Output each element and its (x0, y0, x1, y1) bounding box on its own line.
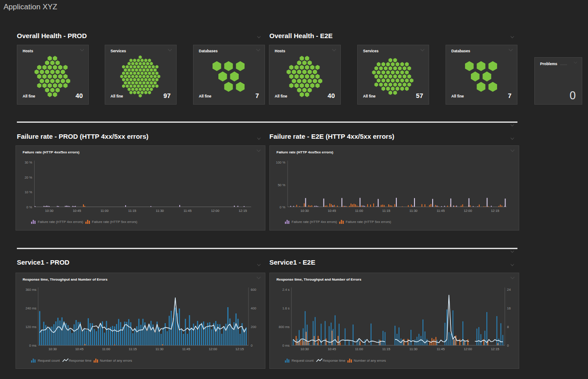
svg-text:10:30: 10:30 (48, 347, 57, 351)
svg-text:Number of any errors: Number of any errors (100, 359, 132, 363)
svg-text:11:45: 11:45 (437, 347, 445, 351)
svg-text:Databases: Databases (451, 49, 470, 53)
svg-text:11:45: 11:45 (183, 209, 191, 213)
svg-text:11:30: 11:30 (410, 347, 418, 351)
svg-text:10:30: 10:30 (300, 347, 309, 351)
svg-text:All fine: All fine (110, 94, 123, 98)
svg-text:Databases: Databases (199, 49, 218, 53)
svg-text:0: 0 (570, 89, 576, 102)
svg-text:Failure rate (HTTP 5xx errors): Failure rate (HTTP 5xx errors) (346, 220, 391, 224)
svg-text:1.6 s: 1.6 s (282, 306, 290, 310)
svg-text:All fine: All fine (23, 94, 36, 98)
svg-text:240 ms: 240 ms (25, 306, 36, 310)
svg-text:57: 57 (416, 92, 423, 99)
svg-text:11:15: 11:15 (129, 347, 137, 351)
svg-text:0 %: 0 % (27, 205, 32, 209)
svg-text:12:15: 12:15 (239, 209, 247, 213)
svg-text:10:30: 10:30 (45, 209, 54, 213)
svg-text:200: 200 (251, 325, 257, 329)
svg-text:10:30: 10:30 (300, 209, 309, 213)
svg-text:12:00: 12:00 (209, 347, 217, 351)
svg-text:600: 600 (251, 288, 257, 292)
svg-text:11:15: 11:15 (382, 209, 390, 213)
svg-text:12:15: 12:15 (491, 347, 499, 351)
svg-text:11:00: 11:00 (102, 347, 110, 351)
svg-text:97: 97 (163, 92, 170, 99)
svg-text:10:45: 10:45 (73, 209, 81, 213)
svg-text:All fine: All fine (451, 94, 464, 98)
svg-text:12:15: 12:15 (236, 347, 244, 351)
svg-text:10 %: 10 % (24, 190, 32, 194)
svg-text:0 ms: 0 ms (282, 344, 290, 348)
svg-text:8: 8 (507, 325, 509, 329)
svg-text:All fine: All fine (275, 94, 288, 98)
svg-text:30 %: 30 % (24, 160, 32, 164)
svg-text:Failure rate (HTTP 5xx errors): Failure rate (HTTP 5xx errors) (92, 220, 138, 224)
svg-text:Hosts: Hosts (23, 49, 33, 53)
svg-text:800 ms: 800 ms (279, 325, 290, 329)
svg-text:Problems: Problems (540, 62, 557, 66)
svg-text:100 %: 100 % (276, 160, 286, 164)
svg-text:0 ms: 0 ms (29, 344, 37, 348)
svg-text:11:00: 11:00 (100, 209, 108, 213)
svg-text:Request count: Request count (292, 359, 314, 363)
svg-text:400: 400 (251, 306, 257, 310)
svg-text:Number of any errors: Number of any errors (354, 359, 386, 363)
svg-text:12:00: 12:00 (464, 347, 472, 351)
svg-text:0 %: 0 % (280, 205, 285, 209)
svg-text:7: 7 (255, 92, 259, 99)
svg-text:Services: Services (110, 49, 126, 53)
svg-text:7: 7 (508, 92, 511, 99)
svg-text:Services: Services (363, 49, 379, 53)
svg-text:10:45: 10:45 (328, 209, 336, 213)
svg-text:11:15: 11:15 (128, 209, 136, 213)
svg-text:10:45: 10:45 (75, 347, 83, 351)
svg-text:120 ms: 120 ms (25, 325, 36, 329)
svg-text:11:30: 11:30 (155, 347, 163, 351)
svg-text:12:15: 12:15 (491, 209, 499, 213)
svg-text:Failure rate (HTTP 4xx errors): Failure rate (HTTP 4xx errors) (38, 220, 83, 224)
svg-text:Response time: Response time (323, 359, 345, 363)
svg-text:50 %: 50 % (278, 183, 285, 187)
svg-text:24: 24 (507, 288, 511, 292)
svg-text:40: 40 (75, 92, 83, 99)
svg-text:11:30: 11:30 (156, 209, 164, 213)
svg-text:10:45: 10:45 (328, 347, 336, 351)
svg-text:0: 0 (251, 344, 253, 348)
svg-text:2.4 s: 2.4 s (282, 288, 290, 292)
svg-text:12:00: 12:00 (464, 209, 472, 213)
svg-text:11:45: 11:45 (182, 347, 190, 351)
svg-text:360 ms: 360 ms (25, 288, 36, 292)
svg-text:Response time, Throughput and: Response time, Throughput and Number of … (276, 277, 362, 281)
svg-text:11:45: 11:45 (437, 209, 445, 213)
svg-text:Response time, Throughput and: Response time, Throughput and Number of … (23, 277, 108, 281)
svg-text:20 %: 20 % (24, 176, 32, 180)
svg-text:0: 0 (507, 344, 509, 348)
svg-text:11:00: 11:00 (355, 209, 363, 213)
svg-text:Request count: Request count (38, 359, 60, 363)
svg-text:12:00: 12:00 (211, 209, 219, 213)
svg-text:11:15: 11:15 (382, 347, 390, 351)
svg-text:16: 16 (507, 306, 511, 310)
svg-text:All fine: All fine (363, 94, 376, 98)
svg-text:Failure rate (HTTP 4xx/5xx err: Failure rate (HTTP 4xx/5xx errors) (276, 150, 333, 154)
svg-text:Failure rate (HTTP 4xx errors): Failure rate (HTTP 4xx errors) (292, 220, 337, 224)
svg-text:11:30: 11:30 (410, 209, 418, 213)
svg-text:All fine: All fine (199, 94, 212, 98)
svg-text:40: 40 (328, 92, 335, 99)
svg-text:Hosts: Hosts (275, 49, 285, 53)
svg-text:11:00: 11:00 (355, 347, 363, 351)
svg-text:Failure rate (HTTP 4xx/5xx err: Failure rate (HTTP 4xx/5xx errors) (23, 150, 79, 154)
svg-text:Response time: Response time (69, 359, 91, 363)
